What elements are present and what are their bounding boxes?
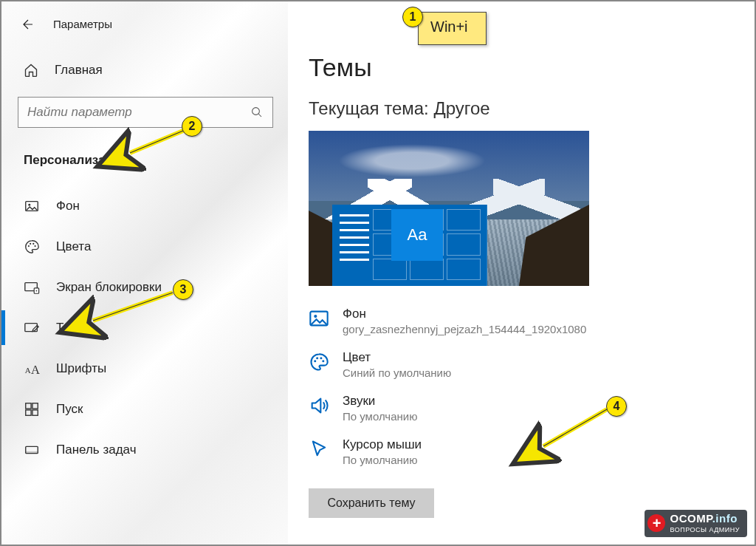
picture-icon — [24, 198, 40, 214]
nav-label: Пуск — [56, 402, 83, 417]
annotation-badge-2: 2 — [182, 116, 202, 137]
themes-icon — [24, 320, 40, 336]
nav-label: Шрифты — [56, 361, 106, 376]
svg-point-21 — [314, 360, 316, 362]
theme-prop-cursor[interactable]: Курсор мыши По умолчанию — [309, 437, 740, 466]
palette-icon — [309, 352, 329, 372]
svg-rect-14 — [32, 403, 38, 408]
callout-text: Win+i — [430, 18, 468, 35]
svg-point-20 — [314, 315, 317, 318]
sidebar: Параметры Главная Персонализация Фон Цве… — [1, 1, 288, 545]
prop-title: Курсор мыши — [343, 437, 422, 452]
sidebar-item-home[interactable]: Главная — [1, 54, 288, 86]
svg-line-26 — [130, 131, 183, 153]
svg-point-4 — [30, 242, 31, 244]
watermark-tag: ВОПРОСЫ АДМИНУ — [670, 526, 740, 533]
annotation-badge-4: 4 — [606, 396, 627, 417]
save-theme-button[interactable]: Сохранить тему — [309, 488, 434, 518]
start-icon — [24, 401, 40, 417]
main-content: Темы Текущая тема: Другое Aa Фон gory_za… — [288, 1, 755, 545]
current-theme-label: Текущая тема: Другое — [309, 98, 740, 119]
taskbar-icon — [24, 442, 40, 458]
theme-prop-sounds[interactable]: Звуки По умолчанию — [309, 394, 740, 423]
search-icon — [250, 106, 264, 119]
annotation-badge-1: 1 — [402, 7, 423, 27]
svg-text:A: A — [25, 365, 31, 374]
watermark-site: OCOMP — [670, 512, 712, 525]
lockscreen-icon — [24, 279, 40, 296]
picture-icon — [309, 308, 329, 329]
sidebar-item-fonts[interactable]: AA Шрифты — [1, 348, 288, 389]
prop-sub: По умолчанию — [343, 454, 422, 466]
sidebar-item-colors[interactable]: Цвета — [1, 226, 288, 267]
home-icon — [24, 63, 38, 78]
theme-prop-color[interactable]: Цвет Синий по умолчанию — [309, 350, 740, 379]
prop-sub: По умолчанию — [343, 410, 417, 423]
nav-label: Цвета — [56, 239, 91, 254]
watermark: + OCOMP.info ВОПРОСЫ АДМИНУ — [645, 510, 747, 537]
sound-icon — [309, 395, 329, 416]
svg-text:A: A — [31, 363, 40, 377]
annotation-callout: Win+i — [418, 12, 487, 45]
annotation-badge-3: 3 — [173, 279, 193, 300]
svg-rect-13 — [26, 403, 31, 408]
prop-sub: gory_zasnezhennyj_pejzazh_154444_1920x10… — [343, 323, 586, 335]
prop-sub: Синий по умолчанию — [343, 366, 451, 379]
svg-point-3 — [28, 245, 30, 246]
watermark-tld: .info — [712, 512, 738, 525]
theme-prop-background[interactable]: Фон gory_zasnezhennyj_pejzazh_154444_192… — [309, 307, 740, 335]
svg-line-30 — [543, 409, 607, 446]
cursor-icon — [309, 439, 329, 460]
svg-point-24 — [322, 360, 324, 362]
svg-point-5 — [32, 242, 34, 244]
page-title: Темы — [309, 53, 740, 82]
theme-preview[interactable]: Aa — [309, 131, 589, 286]
prop-title: Фон — [343, 307, 586, 321]
svg-point-9 — [36, 290, 38, 291]
app-title: Параметры — [53, 18, 112, 30]
fonts-icon: AA — [24, 361, 40, 377]
sidebar-item-taskbar[interactable]: Панель задач — [1, 429, 288, 470]
annotation-arrow-3 — [83, 288, 182, 332]
prop-title: Звуки — [343, 394, 417, 409]
tile-aa: Aa — [391, 209, 443, 261]
svg-rect-18 — [26, 451, 38, 453]
back-arrow-icon — [21, 18, 35, 31]
svg-point-0 — [252, 108, 260, 115]
nav-label: Фон — [56, 199, 80, 214]
svg-point-22 — [316, 357, 318, 359]
palette-icon — [24, 239, 40, 255]
sidebar-item-background[interactable]: Фон — [1, 185, 288, 226]
svg-point-23 — [320, 357, 322, 359]
search-input[interactable] — [27, 105, 250, 120]
svg-line-28 — [93, 293, 173, 321]
nav-label: Панель задач — [56, 443, 137, 457]
home-label: Главная — [55, 63, 103, 78]
svg-point-2 — [28, 203, 30, 205]
svg-point-6 — [34, 245, 35, 246]
window-header: Параметры — [1, 7, 288, 41]
svg-rect-16 — [32, 409, 38, 414]
plus-icon: + — [647, 514, 665, 532]
prop-title: Цвет — [343, 350, 451, 365]
back-button[interactable] — [18, 14, 38, 35]
start-preview: Aa — [332, 205, 487, 286]
annotation-arrow-4 — [533, 405, 618, 457]
svg-rect-15 — [26, 409, 31, 414]
sidebar-item-start[interactable]: Пуск — [1, 389, 288, 429]
